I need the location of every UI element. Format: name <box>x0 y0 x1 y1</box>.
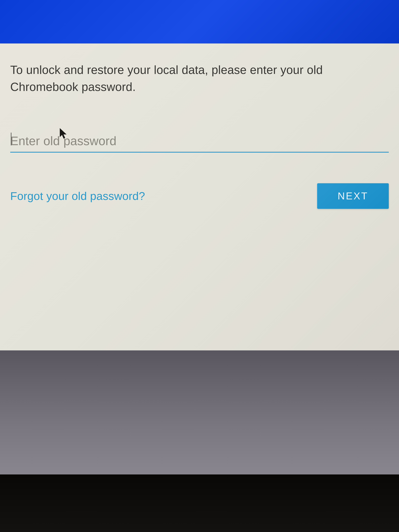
taskbar[interactable] <box>0 475 399 532</box>
unlock-dialog: To unlock and restore your local data, p… <box>0 44 399 350</box>
next-button[interactable]: NEXT <box>317 183 389 209</box>
desktop-background <box>0 350 399 475</box>
next-button-label: NEXT <box>338 190 368 202</box>
window-header <box>0 0 399 44</box>
old-password-input[interactable] <box>10 131 389 152</box>
text-caret <box>11 133 11 146</box>
screen-area: To unlock and restore your local data, p… <box>0 0 399 475</box>
action-row: Forgot your old password? NEXT <box>10 183 389 209</box>
instruction-text: To unlock and restore your local data, p… <box>10 61 389 95</box>
forgot-password-link[interactable]: Forgot your old password? <box>10 190 145 203</box>
password-field-wrapper <box>10 131 389 152</box>
